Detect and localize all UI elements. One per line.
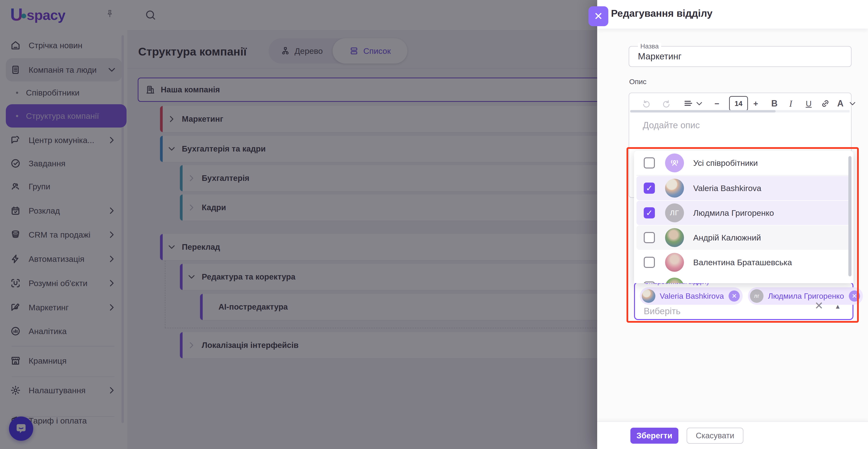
avatar-initials: ЛГ: [665, 203, 684, 222]
cancel-button[interactable]: Скасувати: [687, 428, 743, 444]
checkbox-unchecked[interactable]: [644, 282, 655, 283]
department-name-field[interactable]: Назва Маркетинг: [629, 46, 851, 67]
list-scrollbar[interactable]: [848, 156, 851, 277]
name-field-value: Маркетинг: [638, 52, 682, 62]
bold-button[interactable]: B: [771, 96, 778, 110]
avatar-photo: [665, 179, 684, 198]
checkbox-unchecked[interactable]: [644, 257, 655, 268]
remove-chip-icon[interactable]: ✕: [728, 290, 740, 301]
undo-icon[interactable]: [641, 96, 651, 110]
member-name: Valeria Bashkirova: [693, 184, 761, 193]
member-option-valeria[interactable]: Valeria Bashkirova: [637, 176, 851, 200]
font-size-value[interactable]: 14: [729, 96, 748, 110]
member-option-liudmyla[interactable]: ЛГ Людмила Григоренко: [637, 201, 851, 225]
align-text-icon[interactable]: [683, 96, 694, 110]
panel-title: Редагування відділу: [611, 8, 713, 19]
font-size-increase-button[interactable]: +: [753, 96, 758, 110]
italic-button[interactable]: I: [789, 96, 792, 110]
remove-chip-icon[interactable]: ✕: [849, 290, 860, 301]
department-members-select[interactable]: Співробітники відділу Valeria Bashkirova…: [634, 282, 854, 320]
font-color-button[interactable]: A: [837, 96, 843, 110]
panel-header: Редагування відділу: [597, 0, 868, 29]
member-option-andrii[interactable]: Андрій Калюжний: [637, 225, 851, 250]
chip-label: Valeria Bashkirova: [660, 292, 724, 301]
link-icon[interactable]: [820, 96, 830, 110]
app-window: U spacy Стрічка новин Компанія та люди С…: [0, 0, 868, 449]
avatar-initials: лг: [750, 289, 764, 303]
editor-placeholder[interactable]: Додайте опис: [643, 120, 700, 130]
save-button[interactable]: Зберегти: [630, 428, 678, 444]
redo-icon[interactable]: [662, 96, 671, 110]
member-name: Людмила Григоренко: [693, 208, 774, 218]
toolbar-scrollbar[interactable]: [630, 110, 849, 113]
chevron-down-icon[interactable]: [696, 96, 703, 110]
checkbox-unchecked[interactable]: [644, 232, 655, 243]
checkbox-checked[interactable]: [644, 183, 655, 194]
members-dropdown-list: Усі співробітники Valeria Bashkirova ЛГ …: [634, 151, 854, 283]
chevron-down-icon[interactable]: [849, 96, 856, 110]
checkbox-checked[interactable]: [644, 207, 655, 219]
panel-footer: Зберегти Скасувати: [597, 421, 868, 449]
all-employees-avatar-icon: [665, 154, 684, 172]
member-option-valentyna[interactable]: Валентина Браташевська: [637, 250, 851, 275]
description-label: Опис: [629, 77, 646, 86]
checkbox-unchecked[interactable]: [644, 157, 655, 168]
member-option-partial[interactable]: [637, 275, 851, 283]
modal-backdrop[interactable]: [0, 0, 597, 449]
font-size-decrease-button[interactable]: −: [715, 96, 719, 110]
member-name: Усі співробітники: [693, 158, 758, 168]
name-field-label: Назва: [638, 43, 661, 50]
edit-department-panel: Редагування відділу Назва Маркетинг Опис…: [597, 0, 868, 449]
avatar-photo: [665, 278, 684, 283]
member-name: Валентина Браташевська: [693, 258, 792, 267]
chip-liudmyla[interactable]: лг Людмила Григоренко ✕: [748, 287, 863, 305]
member-option-all[interactable]: Усі співробітники: [637, 151, 851, 175]
chip-label: Людмила Григоренко: [768, 292, 844, 301]
selected-chips: Valeria Bashkirova ✕ лг Людмила Григорен…: [640, 287, 863, 305]
caret-up-icon[interactable]: ▲: [835, 303, 841, 310]
avatar-photo: [665, 253, 684, 272]
chip-valeria[interactable]: Valeria Bashkirova ✕: [640, 287, 743, 305]
close-panel-button[interactable]: ✕: [588, 6, 608, 26]
avatar-photo: [665, 228, 684, 247]
member-name: Андрій Калюжний: [693, 233, 761, 243]
avatar-photo: [642, 289, 655, 303]
underline-button[interactable]: U: [806, 96, 812, 110]
clear-selection-icon[interactable]: ✕: [814, 300, 824, 311]
select-placeholder: Виберіть: [644, 306, 681, 316]
